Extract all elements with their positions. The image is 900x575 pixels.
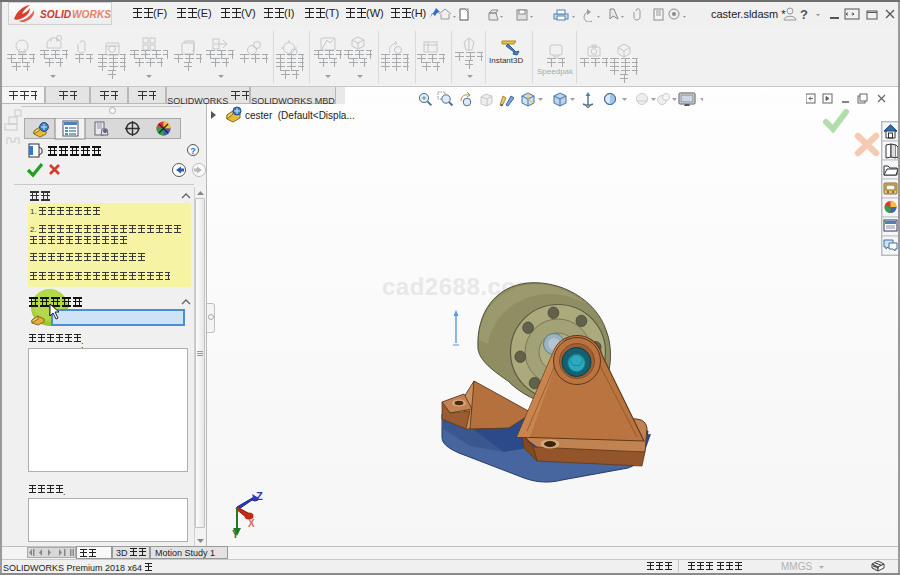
svg-text:X: X <box>248 518 255 529</box>
svg-text:SOLID: SOLID <box>40 9 72 20</box>
svg-text:?: ? <box>190 146 196 156</box>
svg-text:Z: Z <box>256 490 263 502</box>
svg-text:?: ? <box>800 7 808 22</box>
svg-text:Y: Y <box>232 529 239 538</box>
svg-text:WORKS: WORKS <box>72 9 111 20</box>
